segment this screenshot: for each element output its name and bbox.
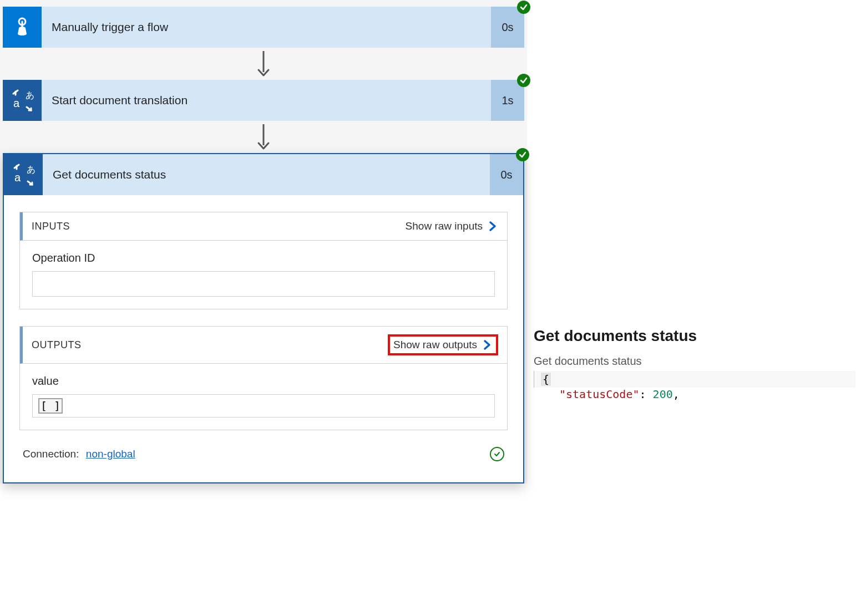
connection-row: Connection: non-global: [19, 447, 508, 471]
translate-icon: あ a: [4, 154, 43, 195]
show-raw-outputs-highlight: Show raw outputs: [388, 334, 498, 355]
success-check-icon: [517, 1, 530, 14]
json-line: "statusCode": 200,: [534, 388, 855, 401]
flow-canvas: Manually trigger a flow 0s あ a Start doc…: [0, 0, 527, 483]
operation-id-label: Operation ID: [32, 252, 495, 264]
step-duration: 0s: [490, 154, 523, 195]
show-raw-inputs-text: Show raw inputs: [406, 220, 483, 232]
arrow-connector: [3, 121, 524, 153]
show-raw-outputs-link[interactable]: Show raw outputs: [393, 339, 493, 351]
arrow-connector: [3, 48, 524, 80]
flow-step-manual-trigger[interactable]: Manually trigger a flow 0s: [3, 7, 524, 48]
json-viewer: {: [534, 371, 855, 388]
outputs-label: OUTPUTS: [32, 339, 82, 351]
expanded-step-header[interactable]: あ a Get documents status 0s: [4, 154, 523, 195]
json-key: "statusCode": [559, 388, 640, 401]
json-comma: ,: [673, 388, 680, 401]
inputs-header: INPUTS Show raw inputs: [20, 212, 507, 241]
value-box: [ ]: [32, 394, 495, 418]
svg-text:a: a: [13, 97, 20, 109]
outputs-header: OUTPUTS Show raw outputs: [20, 327, 507, 364]
connection-label: Connection:: [23, 448, 79, 460]
outputs-content: value [ ]: [20, 364, 507, 430]
inputs-section: INPUTS Show raw inputs Operation ID: [19, 212, 508, 309]
success-ring-icon: [490, 447, 504, 461]
svg-text:あ: あ: [26, 90, 34, 100]
flow-step-start-translation[interactable]: あ a Start document translation 1s: [3, 80, 524, 121]
inputs-label: INPUTS: [32, 221, 70, 232]
json-colon: :: [640, 388, 646, 401]
raw-output-panel: Get documents status Get documents statu…: [534, 327, 855, 401]
json-brace: {: [541, 373, 551, 386]
operation-id-input[interactable]: [32, 271, 495, 297]
flow-step-get-documents-status: あ a Get documents status 0s INPUTS Show …: [3, 153, 524, 483]
show-raw-outputs-text: Show raw outputs: [393, 339, 477, 351]
translate-icon: あ a: [3, 80, 42, 121]
outputs-section: OUTPUTS Show raw outputs value [ ]: [19, 326, 508, 430]
chevron-right-icon: [487, 221, 498, 232]
json-value: 200: [653, 388, 673, 401]
manual-trigger-icon: [3, 7, 42, 48]
success-check-icon: [517, 74, 530, 87]
value-content: [ ]: [38, 398, 63, 414]
connection-value-link[interactable]: non-global: [86, 448, 135, 460]
svg-text:a: a: [14, 171, 21, 184]
success-check-icon: [516, 148, 529, 161]
raw-output-subtitle: Get documents status: [534, 355, 855, 368]
step-duration: 1s: [491, 80, 524, 121]
expanded-body: INPUTS Show raw inputs Operation ID: [4, 195, 523, 482]
connection-text: Connection: non-global: [23, 448, 135, 460]
inputs-content: Operation ID: [20, 241, 507, 309]
step-title: Manually trigger a flow: [42, 7, 491, 48]
show-raw-inputs-link[interactable]: Show raw inputs: [406, 220, 498, 232]
step-title: Get documents status: [43, 154, 490, 195]
chevron-right-icon: [482, 339, 493, 350]
svg-text:あ: あ: [27, 165, 36, 174]
step-duration: 0s: [491, 7, 524, 48]
raw-output-title: Get documents status: [534, 327, 855, 345]
step-title: Start document translation: [42, 80, 491, 121]
value-label: value: [32, 375, 495, 388]
